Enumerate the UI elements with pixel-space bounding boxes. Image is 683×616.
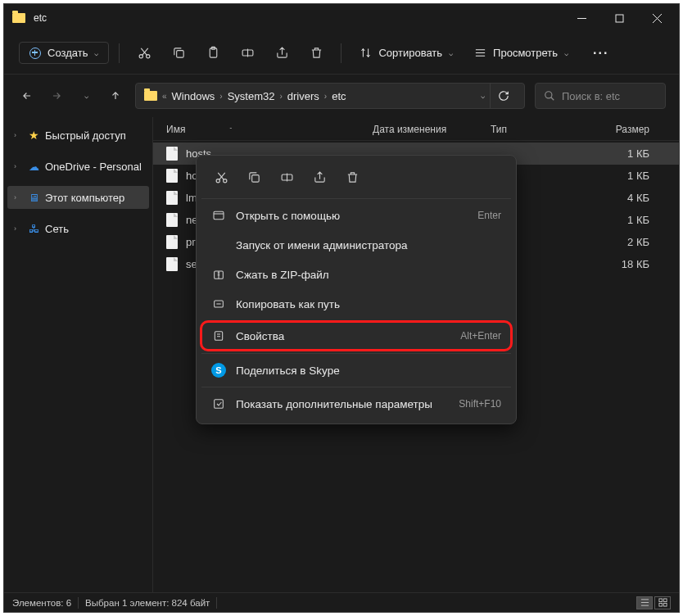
breadcrumb-seg[interactable]: etc [332, 90, 346, 102]
ctx-item-label: Свойства [236, 330, 450, 342]
svg-rect-19 [658, 603, 662, 606]
ctx-open-with[interactable]: Открыть с помощью Enter [201, 201, 511, 230]
recent-button[interactable]: ⌵ [76, 86, 96, 106]
folder-icon [144, 91, 157, 101]
context-menu: Открыть с помощью Enter Запуск от имени … [196, 155, 517, 424]
blank-icon [211, 238, 226, 252]
new-label: Создать [47, 47, 88, 59]
file-icon [166, 257, 178, 271]
ctx-item-label: Сжать в ZIP-файл [236, 269, 501, 281]
file-icon [166, 191, 178, 205]
nav-bar: ⌵ « Windows› System32› drivers› etc ⌵ По… [4, 75, 679, 117]
ctx-cut-button[interactable] [206, 164, 236, 190]
sidebar-item-onedrive[interactable]: ›☁OneDrive - Personal [7, 155, 149, 178]
col-type[interactable]: Тип [491, 124, 589, 135]
ctx-copy-path[interactable]: Копировать как путь [201, 289, 511, 319]
rename-button[interactable] [233, 40, 262, 66]
ctx-shortcut: Shift+F10 [459, 398, 501, 410]
sort-asc-icon: ˆ [229, 126, 232, 134]
up-button[interactable] [106, 86, 125, 106]
delete-button[interactable] [301, 40, 331, 66]
ctx-share-button[interactable] [305, 164, 334, 190]
file-icon [166, 235, 178, 249]
maximize-button[interactable] [600, 6, 638, 30]
minimize-button[interactable] [563, 6, 600, 30]
sidebar-item-network[interactable]: ›🖧Сеть [7, 217, 149, 240]
refresh-button[interactable] [490, 84, 516, 108]
share-button[interactable] [267, 40, 296, 66]
sidebar-item-label: Сеть [45, 223, 69, 235]
sidebar-item-quick[interactable]: ›★Быстрый доступ [7, 124, 149, 147]
svg-rect-12 [214, 211, 224, 219]
ctx-rename-button[interactable] [272, 164, 301, 190]
status-bar: Элементов: 6 Выбран 1 элемент: 824 байт [4, 592, 679, 612]
breadcrumb-seg[interactable]: drivers [287, 90, 319, 102]
zip-icon [211, 267, 226, 282]
open-with-icon [211, 208, 226, 223]
search-input[interactable]: Поиск в: etc [535, 83, 666, 109]
close-button[interactable] [638, 6, 676, 30]
ctx-more[interactable]: Показать дополнительные параметры Shift+… [201, 389, 511, 419]
ctx-item-label: Копировать как путь [236, 298, 501, 310]
file-icon [166, 169, 178, 183]
ctx-delete-button[interactable] [337, 164, 367, 190]
file-icon [166, 147, 178, 161]
title-bar: etc [4, 4, 679, 32]
svg-rect-15 [215, 332, 222, 341]
more-icon [211, 396, 226, 411]
col-name[interactable]: Имяˆ [166, 124, 373, 135]
svg-rect-17 [658, 599, 662, 602]
status-count: Элементов: 6 [12, 598, 71, 608]
status-selected: Выбран 1 элемент: 824 байт [85, 598, 210, 608]
svg-rect-20 [663, 603, 667, 606]
ctx-item-label: Показать дополнительные параметры [236, 398, 449, 410]
search-placeholder: Поиск в: etc [562, 90, 620, 102]
col-date[interactable]: Дата изменения [373, 124, 491, 135]
breadcrumb-seg[interactable]: System32 [228, 90, 275, 102]
back-button[interactable] [17, 86, 37, 106]
sort-button[interactable]: Сортировать ⌵ [351, 43, 461, 63]
view-icon [474, 47, 486, 59]
ctx-skype[interactable]: S Поделиться в Skype [201, 356, 511, 385]
col-size[interactable]: Размер [589, 124, 666, 135]
column-headers: Имяˆ Дата изменения Тип Размер [153, 117, 679, 141]
view-button[interactable]: Просмотреть ⌵ [466, 43, 577, 63]
breadcrumb-seg[interactable]: Windows [172, 90, 215, 102]
file-icon [166, 213, 178, 227]
svg-point-7 [545, 92, 552, 98]
paste-button[interactable] [198, 40, 228, 66]
address-bar[interactable]: « Windows› System32› drivers› etc ⌵ [135, 83, 525, 109]
cut-button[interactable] [129, 40, 159, 66]
ctx-run-admin[interactable]: Запуск от имени администратора [201, 230, 511, 260]
view-label: Просмотреть [493, 47, 558, 59]
sidebar-item-label: Этот компьютер [45, 192, 124, 204]
svg-rect-0 [616, 15, 623, 22]
ctx-copy-button[interactable] [239, 164, 269, 190]
file-size: 1 КБ [589, 170, 666, 182]
sidebar-item-label: Быстрый доступ [45, 129, 126, 142]
star-icon: ★ [27, 129, 40, 142]
ctx-shortcut: Enter [477, 210, 501, 221]
cloud-icon: ☁ [27, 160, 40, 173]
svg-rect-16 [215, 400, 224, 409]
view-icons-button[interactable] [654, 596, 671, 609]
new-button[interactable]: Создать ⌵ [19, 42, 109, 64]
ctx-properties[interactable]: Свойства Alt+Enter [200, 320, 513, 351]
svg-rect-3 [177, 51, 184, 57]
sidebar-item-pc[interactable]: ›🖥Этот компьютер [7, 186, 149, 209]
folder-icon [12, 13, 25, 23]
chevron-down-icon: ⌵ [94, 49, 98, 57]
file-size: 18 КБ [589, 258, 666, 270]
chevron-down-icon: ⌵ [449, 49, 453, 57]
forward-button[interactable] [47, 86, 66, 106]
view-details-button[interactable] [636, 596, 653, 609]
network-icon: 🖧 [27, 222, 40, 235]
ctx-zip[interactable]: Сжать в ZIP-файл [201, 260, 511, 289]
chevron-down-icon[interactable]: ⌵ [481, 92, 485, 100]
file-size: 1 КБ [589, 147, 666, 160]
more-button[interactable]: ··· [586, 43, 615, 64]
skype-icon: S [211, 363, 226, 378]
plus-icon [29, 48, 41, 59]
copy-button[interactable] [164, 40, 193, 66]
svg-rect-10 [251, 174, 259, 182]
